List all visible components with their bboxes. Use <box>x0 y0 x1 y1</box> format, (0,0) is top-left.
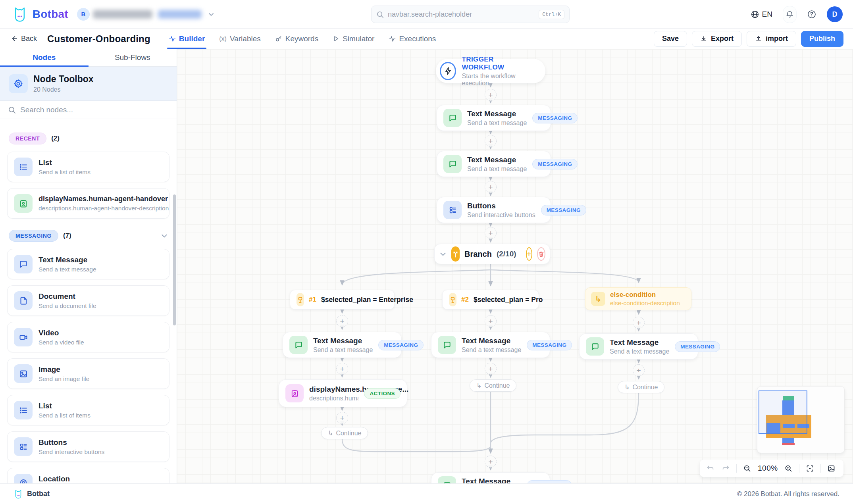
zoom-out-button[interactable] <box>742 464 752 473</box>
add-node-button[interactable]: + <box>485 89 497 101</box>
text-message-node-2[interactable]: Text Message Send a text message MESSAGI… <box>437 151 551 177</box>
language-selector[interactable]: EN <box>748 8 775 21</box>
section-messaging[interactable]: MESSAGING (7) <box>0 230 177 242</box>
fit-view-button[interactable] <box>805 464 815 473</box>
continue-pill-branch1[interactable]: ↳Continue <box>321 427 368 439</box>
node-search[interactable] <box>0 101 177 119</box>
add-node-button[interactable]: + <box>633 317 645 329</box>
botbat-logo-icon <box>13 489 23 499</box>
node-card-desc: Send a video file <box>39 339 84 346</box>
help-button[interactable] <box>805 7 819 21</box>
node-card-location[interactable]: Location Send or request location <box>7 468 169 483</box>
messaging-category-badge: MESSAGING <box>541 205 586 215</box>
search-input[interactable] <box>388 10 535 19</box>
node-card-desc: Send a text message <box>39 266 96 273</box>
continue-label: Continue <box>632 384 658 391</box>
buttons-icon <box>14 437 33 456</box>
back-button[interactable]: Back <box>10 35 37 43</box>
add-node-button[interactable]: + <box>485 135 497 147</box>
user-menu[interactable]: D <box>827 6 843 22</box>
condition-2-node[interactable]: #2 $selected_plan = Pro <box>442 290 539 310</box>
continue-pill-else[interactable]: ↳Continue <box>618 381 664 393</box>
back-label: Back <box>21 35 37 43</box>
text-message-node-else[interactable]: Text Message Send a text message MESSAGI… <box>579 333 698 360</box>
condition-1-node[interactable]: #1 $selected_plan = Enterprise <box>290 290 395 310</box>
bell-icon <box>786 10 794 19</box>
node-search-input[interactable] <box>20 106 169 114</box>
add-node-button[interactable]: + <box>485 181 497 193</box>
text-message-node-1[interactable]: Text Message Send a text message MESSAGI… <box>437 105 551 131</box>
chat-bubble-icon <box>443 155 462 173</box>
sidebar-tab-nodes[interactable]: Nodes <box>0 49 89 67</box>
redo-button[interactable] <box>721 464 731 473</box>
divider <box>820 464 821 473</box>
chevron-down-icon[interactable] <box>439 250 447 258</box>
search-shortcut-badge: Ctrl+K <box>539 10 564 19</box>
tab-simulator[interactable]: Simulator <box>333 29 374 49</box>
chat-bubble-icon <box>443 109 462 127</box>
minimap[interactable] <box>757 386 845 453</box>
node-card-handover[interactable]: displayNames.human-agent-handover descri… <box>7 188 169 219</box>
delete-branch-button[interactable] <box>537 247 545 261</box>
text-message-node-branch1[interactable]: Text Message Send a text message MESSAGI… <box>283 332 402 358</box>
export-image-button[interactable] <box>826 464 836 473</box>
node-card-buttons[interactable]: Buttons Send interactive buttons <box>7 431 169 462</box>
else-condition-node[interactable]: ↳ else-condition else-condition-descript… <box>585 287 691 310</box>
tab-executions[interactable]: Executions <box>389 29 436 49</box>
export-button[interactable]: Export <box>692 31 742 47</box>
sidebar-tab-subflows[interactable]: Sub-Flows <box>89 49 177 67</box>
publish-button[interactable]: Publish <box>801 31 843 47</box>
node-card-list-2[interactable]: List Send a list of items <box>7 395 169 425</box>
brand-name: Botbat <box>33 8 68 21</box>
zoom-in-button[interactable] <box>784 464 793 473</box>
top-navbar: Botbat B Ctrl+K EN <box>0 0 853 29</box>
file-icon <box>14 291 33 310</box>
add-node-button[interactable]: + <box>336 412 348 424</box>
trigger-node[interactable]: TRIGGER WORKFLOW Starts the workflow exe… <box>436 59 545 83</box>
workspace-badge: B <box>77 8 90 21</box>
add-branch-button[interactable]: + <box>526 247 532 261</box>
human-agent-handover-node[interactable]: displayNames.human-age... descriptions.h… <box>279 379 407 407</box>
add-node-button[interactable]: + <box>485 363 497 375</box>
tab-keywords[interactable]: Keywords <box>275 29 318 49</box>
minimap-block <box>782 438 794 443</box>
location-pin-icon <box>14 474 33 483</box>
add-node-button[interactable]: + <box>485 227 497 239</box>
workspace-switcher[interactable]: B <box>77 8 214 21</box>
undo-button[interactable] <box>705 464 715 473</box>
condition-expression: $selected_plan = Pro <box>474 296 543 304</box>
text-message-node-branch2[interactable]: Text Message Send a text message MESSAGI… <box>431 332 550 358</box>
branch-node[interactable]: Branch (2/10) + <box>434 244 550 264</box>
node-card-text-message[interactable]: Text Message Send a text message <box>7 249 169 279</box>
sidebar-scrollbar[interactable] <box>173 194 176 325</box>
workflow-canvas[interactable]: TRIGGER WORKFLOW Starts the workflow exe… <box>177 49 853 483</box>
chevron-down-icon[interactable] <box>161 232 168 239</box>
add-node-button[interactable]: + <box>485 315 497 327</box>
add-node-button[interactable]: + <box>485 456 497 467</box>
global-search[interactable]: Ctrl+K <box>371 6 570 23</box>
continue-label: Continue <box>484 382 510 389</box>
node-desc: Send a text message <box>610 348 669 355</box>
add-node-button[interactable]: + <box>336 363 348 375</box>
variables-icon: (x) <box>219 35 227 42</box>
footer-copyright: © 2026 Botbat. All rights reserved. <box>737 490 840 498</box>
import-button[interactable]: import <box>747 31 796 47</box>
buttons-node[interactable]: Buttons Send interactive buttons MESSAGI… <box>437 197 551 223</box>
text-message-node-bottom[interactable]: Text Message Send a text message MESSAGI… <box>431 472 550 483</box>
canvas-controls: 100% <box>700 460 843 477</box>
add-node-button[interactable]: + <box>336 315 348 327</box>
tab-builder[interactable]: Builder <box>169 29 205 49</box>
activity-icon <box>169 35 176 42</box>
brand[interactable]: Botbat <box>12 6 68 22</box>
add-node-button[interactable]: + <box>633 364 645 376</box>
node-card-list[interactable]: List Send a list of items <box>7 152 169 182</box>
notifications-button[interactable] <box>783 6 797 23</box>
save-button[interactable]: Save <box>654 31 687 47</box>
minimap-viewport[interactable] <box>759 391 807 434</box>
branch-return-icon: ↳ <box>328 429 333 437</box>
node-card-document[interactable]: Document Send a document file <box>7 285 169 316</box>
node-card-video[interactable]: Video Send a video file <box>7 322 169 352</box>
tab-variables[interactable]: (x) Variables <box>219 29 260 49</box>
continue-pill-branch2[interactable]: ↳Continue <box>470 379 516 392</box>
node-card-image[interactable]: Image Send an image file <box>7 358 169 389</box>
